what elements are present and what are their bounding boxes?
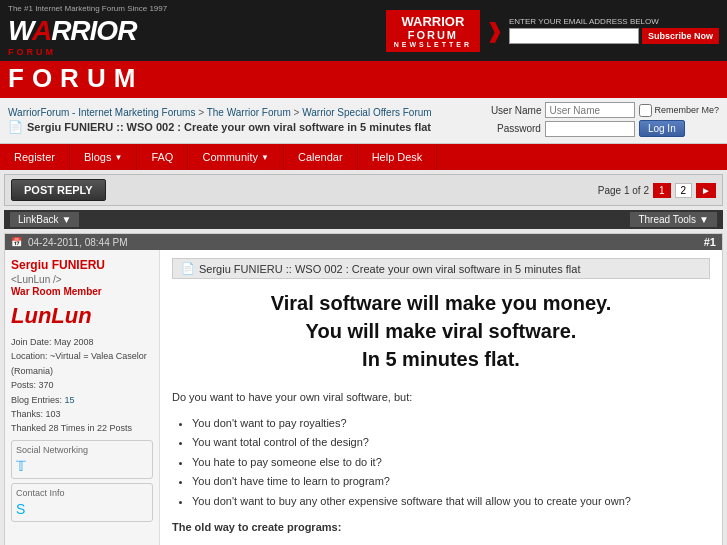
list-item: You want total control of the design? [192,434,710,452]
post-toolbar: POST REPLY Page 1 of 2 1 2 ► [4,174,723,206]
newsletter-subscribe: ENTER YOUR EMAIL ADDRESS BELOW Subscribe… [509,17,719,44]
breadcrumb-link-2[interactable]: The Warrior Forum [207,107,291,118]
nav-bar: Register Blogs▼ FAQ Community▼ Calendar … [0,144,727,170]
breadcrumb-area: WarriorForum - Internet Marketing Forums… [0,98,727,144]
username: Sergiu FUNIERU [11,258,153,272]
post-reply-button[interactable]: POST REPLY [11,179,106,201]
list-item: You don't have time to learn to program? [192,473,710,491]
thread-tools-arrow-icon: ▼ [699,214,709,225]
post-body: Sergiu FUNIERU <LunLun /> War Room Membe… [5,250,722,545]
posts: Posts: 370 [11,378,153,392]
nav-community[interactable]: Community▼ [188,144,284,170]
page-1-button[interactable]: 1 [653,183,671,198]
post-header: 📅 04-24-2011, 08:44 PM #1 [5,234,722,250]
avatar: LunLun [11,303,153,329]
breadcrumb-left: WarriorForum - Internet Marketing Forums… [8,107,491,134]
post-text: Do you want to have your own viral softw… [172,389,710,545]
linkback-button[interactable]: LinkBack ▼ [10,212,79,227]
social-label: Social Networking [16,445,148,455]
bullet-list: You don't want to pay royalties? You wan… [192,415,710,511]
chevron-icon: ❱ [486,19,503,43]
list-item: You don't want to buy any other expensiv… [192,493,710,511]
forum-bar: FORUM [0,61,727,98]
linkback-bar: LinkBack ▼ Thread Tools ▼ [4,210,723,229]
page-2-button[interactable]: 2 [675,183,693,198]
blog-entries: Blog Entries: 15 [11,393,153,407]
main-headline: Viral software will make you money. You … [172,289,710,373]
nav-helpdesk[interactable]: Help Desk [358,144,438,170]
email-label: ENTER YOUR EMAIL ADDRESS BELOW [509,17,719,26]
skype-icon[interactable]: S [16,501,148,517]
breadcrumb-page-title: Sergiu FUNIERU :: WSO 002 : Create your … [27,121,431,133]
nav-calendar[interactable]: Calendar [284,144,358,170]
twitter-icon[interactable]: 𝕋 [16,458,148,474]
password-label: Password [491,123,541,134]
breadcrumb-title: 📄 Sergiu FUNIERU :: WSO 002 : Create you… [8,120,491,134]
breadcrumb-links: WarriorForum - Internet Marketing Forums… [8,107,491,118]
newsletter-label: NEWSLETTER [394,41,472,48]
remember-me: Remember Me? [639,104,719,117]
list-item: You don't want to pay royalties? [192,415,710,433]
logo-area: The #1 Internet Marketing Forum Since 19… [8,4,167,57]
user-stats: Join Date: May 2008 Location: ~Virtual =… [11,335,153,436]
post-icon: 📄 [181,262,195,275]
tagline: The #1 Internet Marketing Forum Since 19… [8,4,167,13]
section2-title: The old way to create programs: [172,519,710,537]
header-top: The #1 Internet Marketing Forum Since 19… [0,0,727,61]
logo-text: WARRIOR [8,15,167,47]
thread-tools-label: Thread Tools [638,214,696,225]
nav-blogs[interactable]: Blogs▼ [70,144,137,170]
password-input[interactable] [545,121,635,137]
breadcrumb-icon: 📄 [8,120,23,134]
post-date: 04-24-2011, 08:44 PM [28,237,128,248]
nav-register[interactable]: Register [0,144,70,170]
remember-me-label: Remember Me? [654,105,719,115]
post-title-bar: 📄 Sergiu FUNIERU :: WSO 002 : Create you… [172,258,710,279]
newsletter-logo: WARRIOR FORUM NEWSLETTER [386,10,480,52]
newsletter-area: WARRIOR FORUM NEWSLETTER ❱ ENTER YOUR EM… [386,10,719,52]
post-number: #1 [704,236,716,248]
user-title: <LunLun /> [11,274,153,285]
login-area: User Name Remember Me? Password Log In [491,102,719,139]
username-input[interactable] [545,102,635,118]
login-fields: User Name Remember Me? Password Log In [491,102,719,139]
user-rank: War Room Member [11,286,153,297]
post-content: 📄 Sergiu FUNIERU :: WSO 002 : Create you… [160,250,722,545]
email-input[interactable] [509,28,639,44]
content-area: 📅 04-24-2011, 08:44 PM #1 Sergiu FUNIERU… [4,233,723,545]
intro-text: Do you want to have your own viral softw… [172,389,710,407]
breadcrumb-link-1[interactable]: WarriorForum - Internet Marketing Forums [8,107,195,118]
thread-tools-button[interactable]: Thread Tools ▼ [630,212,717,227]
breadcrumb-sep-2: > [294,107,303,118]
linkback-arrow-icon: ▼ [62,214,72,225]
remember-me-checkbox[interactable] [639,104,652,117]
contact-label: Contact Info [16,488,148,498]
login-button[interactable]: Log In [639,120,685,137]
username-row: User Name Remember Me? [491,102,719,118]
forum-bar-text: FORUM [8,63,719,94]
blog-entries-link[interactable]: 15 [65,395,75,405]
location: Location: ~Virtual = Valea Caselor (Roma… [11,349,153,378]
newsletter-warrior: WARRIOR [394,14,472,29]
calendar-icon: 📅 [11,237,22,247]
list-item: You hate to pay someone else to do it? [192,454,710,472]
community-arrow-icon: ▼ [261,153,269,162]
post-title: Sergiu FUNIERU :: WSO 002 : Create your … [199,263,580,275]
contact-info-box: Contact Info S [11,483,153,522]
subscribe-button[interactable]: Subscribe Now [642,28,719,44]
thanks: Thanks: 103 [11,407,153,421]
page-next-button[interactable]: ► [696,183,716,198]
join-date: Join Date: May 2008 [11,335,153,349]
headline-text: Viral software will make you money. You … [172,289,710,373]
blogs-arrow-icon: ▼ [115,153,123,162]
forum-logo-sub: FORUM [8,47,167,57]
page-label: Page 1 of 2 [598,185,649,196]
user-sidebar: Sergiu FUNIERU <LunLun /> War Room Membe… [5,250,160,545]
username-label: User Name [491,105,542,116]
password-row: Password Log In [491,120,719,137]
breadcrumb-link-3[interactable]: Warrior Special Offers Forum [302,107,431,118]
avatar-text: LunLun [11,303,153,329]
thanked: Thanked 28 Times in 22 Posts [11,421,153,435]
breadcrumb-sep-1: > [198,107,206,118]
nav-faq[interactable]: FAQ [137,144,188,170]
